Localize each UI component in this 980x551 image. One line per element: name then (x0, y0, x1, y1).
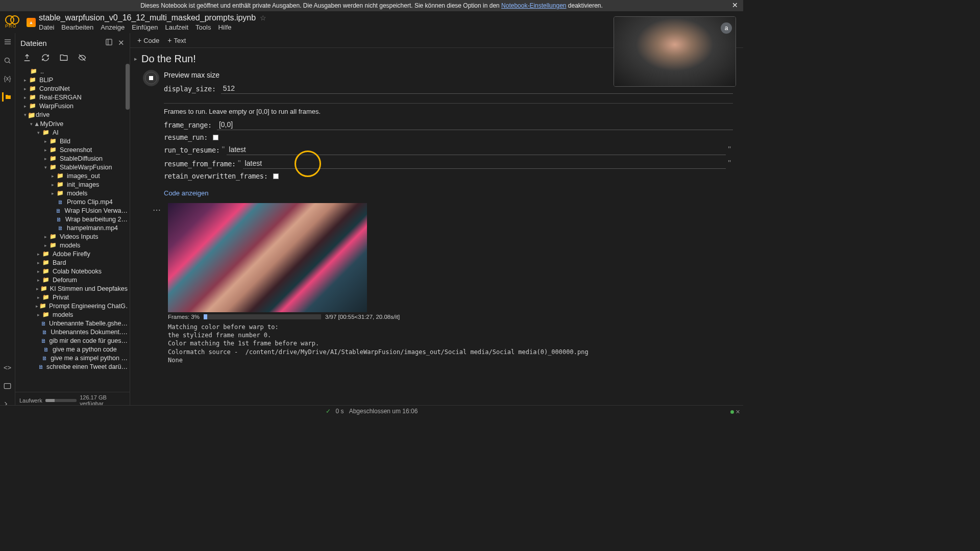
run-cell-button[interactable] (145, 72, 157, 84)
new-window-icon[interactable] (105, 38, 113, 47)
tree-folder[interactable]: ▸📁BLIP (17, 76, 128, 84)
more-menu-icon[interactable]: ⋯ (153, 205, 162, 215)
status-bar: ✓ 0 s Abgeschlossen um 16:06 ✕ (0, 405, 743, 416)
tree-file[interactable]: 🗎gib mir den code für gues… (17, 336, 128, 345)
tree-folder[interactable]: ▸📁ControlNet (17, 84, 128, 93)
tree-file[interactable]: 🗎give me a python code (17, 345, 128, 354)
resume-run-checkbox[interactable] (213, 135, 218, 140)
tree-file[interactable]: 🗎Wrap bearbeitung 2… (17, 215, 128, 223)
search-icon[interactable] (3, 56, 12, 65)
add-code-button[interactable]: +Code (134, 35, 162, 45)
menu-view[interactable]: Anzeige (101, 23, 125, 31)
status-done: Abgeschlossen um 16:06 (349, 408, 418, 415)
tree-file[interactable]: 🗎hampelmann.mp4 (17, 223, 128, 232)
terminal-icon[interactable] (3, 381, 12, 390)
files-icon[interactable] (2, 92, 11, 102)
hidden-files-icon[interactable] (78, 54, 88, 63)
variables-icon[interactable]: {x} (3, 74, 12, 83)
tree-folder[interactable]: ▸📁Bard (17, 258, 128, 267)
left-rail: {x} <> (0, 33, 15, 409)
code-snippets-icon[interactable]: <> (3, 363, 12, 372)
menu-tools[interactable]: Tools (195, 23, 211, 31)
display-size-label: display_size: (164, 85, 216, 93)
quote-mark: " (220, 145, 227, 155)
notebook-settings-link[interactable]: Notebook-Einstellungen (501, 2, 566, 9)
resume-from-frame-label: resume_from_frame: (164, 160, 236, 168)
output-preview-image (168, 203, 367, 312)
tree-file[interactable]: 🗎Wrap FUsion Verwa… (17, 206, 128, 215)
tree-folder[interactable]: ▸📁StableDiffusion (17, 154, 128, 163)
retain-overwritten-label: retain_overwritten_frames: (164, 172, 268, 180)
tree-file[interactable]: 🗎Promo Clip.mp4 (17, 197, 128, 206)
tree-folder[interactable]: ▸📁models (17, 189, 128, 197)
cell-output: ⋯ Frames: 3% 3/97 [00:55<31:27, 20.08s/i… (168, 203, 733, 364)
menu-help[interactable]: Hilfe (218, 23, 231, 31)
show-code-link[interactable]: Code anzeigen (164, 189, 208, 197)
collapse-arrow-icon[interactable]: ▸ (134, 56, 137, 62)
close-sidebar-icon[interactable]: ✕ (118, 38, 125, 47)
menubar: Datei Bearbeiten Anzeige Einfügen Laufze… (39, 23, 266, 31)
tree-folder[interactable]: ▾📁StableWarpFusion (17, 163, 128, 171)
colab-logo[interactable]: PRO (5, 15, 21, 30)
menu-edit[interactable]: Bearbeiten (61, 23, 93, 31)
status-time: 0 s (336, 408, 344, 415)
menu-insert[interactable]: Einfügen (132, 23, 158, 31)
tree-file[interactable]: 🗎Unbenanntes Dokument.… (17, 328, 128, 336)
form-cell: Preview max size display_size: Frames to… (130, 70, 743, 365)
close-icon[interactable]: ✕ (732, 1, 738, 9)
mount-drive-icon[interactable] (59, 54, 69, 63)
run-to-resume-label: run_to_resume: (164, 146, 220, 154)
tree-parent[interactable]: 📁.. (17, 67, 128, 76)
frame-range-input[interactable] (217, 119, 733, 130)
menu-icon[interactable] (3, 37, 12, 46)
tree-folder[interactable]: ▸📁Adobe Firefly (17, 249, 128, 258)
section-title: Do the Run! (141, 53, 196, 65)
progress-info: 3/97 [00:55<31:27, 20.08s/it] (325, 314, 400, 320)
sidebar-scrollbar[interactable] (126, 64, 130, 110)
tree-file[interactable]: 🗎give me a simpel python … (17, 354, 128, 362)
notebook-main: +Code +Text ▸ Do the Run! Preview max si… (130, 33, 743, 409)
tree-folder[interactable]: ▸📁Privat (17, 293, 128, 302)
quota-label: Laufwerk (19, 397, 42, 404)
user-avatar[interactable]: a (721, 22, 732, 34)
tree-folder[interactable]: ▸📁models (17, 310, 128, 319)
svg-point-3 (5, 58, 10, 62)
close-status-icon[interactable]: ✕ (736, 409, 740, 415)
tree-folder[interactable]: ▸📁Videos Inputs (17, 232, 128, 241)
tree-folder[interactable]: ▸📁Colab Notebooks (17, 267, 128, 276)
tree-folder[interactable]: ▾📁drive (17, 110, 128, 119)
frames-description: Frames to run. Leave empty or [0,0] to r… (164, 108, 733, 115)
retain-overwritten-checkbox[interactable] (273, 173, 279, 179)
tree-folder[interactable]: ▸📁Deforum (17, 276, 128, 284)
svg-rect-5 (4, 383, 11, 388)
run-to-resume-input[interactable] (227, 144, 726, 155)
resume-run-label: resume_run: (164, 133, 208, 141)
notebook-icon: ▲ (27, 18, 36, 27)
star-icon[interactable]: ☆ (260, 14, 266, 22)
refresh-icon[interactable] (41, 54, 51, 63)
tree-file[interactable]: 🗎schreibe einen Tweet darü… (17, 362, 128, 371)
tree-folder[interactable]: ▾📁AI (17, 128, 128, 137)
tree-folder[interactable]: ▾▲MyDrive (17, 119, 128, 128)
tree-folder[interactable]: ▸📁init_images (17, 180, 128, 189)
resume-from-frame-input[interactable] (243, 158, 726, 169)
tree-folder[interactable]: ▸📁Bild (17, 137, 128, 145)
menu-runtime[interactable]: Laufzeit (165, 23, 189, 31)
tree-folder[interactable]: ▸📁images_out (17, 171, 128, 180)
file-tree[interactable]: 📁.. ▸📁BLIP ▸📁ControlNet ▸📁Real-ESRGAN ▸📁… (15, 67, 130, 392)
tree-folder[interactable]: ▸📁KI Stimmen und Deepfakes (17, 284, 128, 293)
tree-folder[interactable]: ▸📁Screenshot (17, 145, 128, 154)
menu-file[interactable]: Datei (39, 23, 54, 31)
tree-folder[interactable]: ▸📁Prompt Engineering ChatG… (17, 302, 128, 310)
frame-range-label: frame_range: (164, 121, 212, 129)
document-title[interactable]: stable_warpfusion_v0_16_12_multi_masked_… (39, 13, 256, 22)
notebook-scroll[interactable]: ▸ Do the Run! Preview max size display_s… (130, 48, 743, 409)
tree-file[interactable]: 🗎Unbenannte Tabelle.gshe… (17, 319, 128, 328)
tree-folder[interactable]: ▸📁models (17, 241, 128, 249)
sidebar-title: Dateien (20, 39, 47, 47)
upload-icon[interactable] (22, 54, 33, 63)
tree-folder[interactable]: ▸📁Real-ESRGAN (17, 93, 128, 102)
tree-folder[interactable]: ▸📁WarpFusion (17, 102, 128, 110)
add-text-button[interactable]: +Text (164, 35, 189, 45)
banner-text-before: Dieses Notebook ist geöffnet und enthält… (140, 2, 501, 9)
